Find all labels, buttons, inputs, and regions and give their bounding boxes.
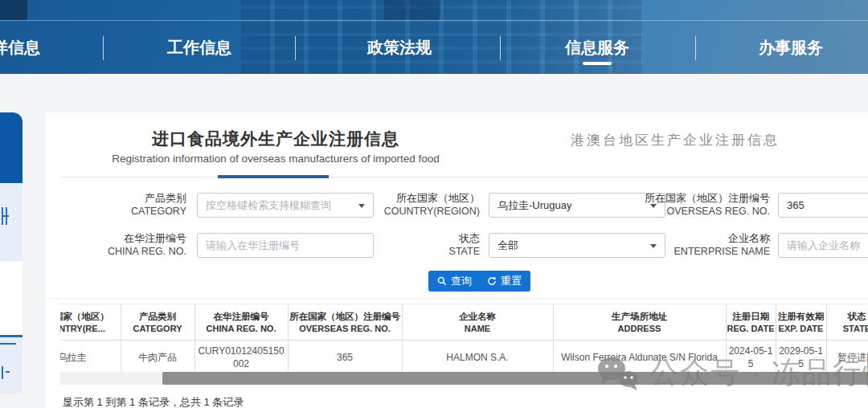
col-category: 产品类别 CATEGORY — [121, 304, 194, 341]
header-label-zh: 产品类别 — [121, 310, 194, 323]
header-label-en: CATEGORY — [121, 323, 194, 335]
header-label-zh: 在华注册编号 — [195, 310, 288, 323]
results-table: 所在国家（地区） COUNTRY(RE... 产品类别 CATEGORY 在华注… — [60, 304, 868, 372]
cell-address: Wilson Ferreira Aldunate S/N Florida — [553, 341, 726, 373]
table-header-row: 所在国家（地区） COUNTRY(RE... 产品类别 CATEGORY 在华注… — [60, 304, 868, 341]
col-exp-date: 注册有效期 EXP. DATE — [776, 304, 826, 341]
col-overseas-reg-no: 所在国家（地区）注册编号 OVERSEAS REG. NO. — [288, 304, 402, 341]
header-label-en: CHINA REG. NO. — [195, 323, 288, 335]
cell-exp-date: 2029-05-15 — [776, 341, 826, 373]
category-select-placeholder: 按空格键检索支持模糊查询 — [206, 198, 331, 213]
col-china-reg-no: 在华注册编号 CHINA REG. NO. — [194, 304, 288, 341]
country-select-value: 乌拉圭-Uruguay — [497, 198, 571, 213]
category-label: 产品类别 CATEGORY — [46, 192, 186, 218]
col-name: 企业名称 NAME — [402, 304, 553, 341]
header-label-zh: 所在国家（地区）注册编号 — [289, 310, 402, 323]
nav-background-highlight — [0, 0, 868, 74]
header-label-en: REG. DATE — [727, 323, 776, 335]
page-background: 详信息 工作信息 政策法规 信息服务 办事服务 进口食品境外生产企业注册信息 R… — [0, 0, 868, 408]
cell-overseas-reg-no: 365 — [288, 341, 402, 373]
search-icon — [437, 276, 447, 286]
cell-state: 暂停进口 — [826, 341, 868, 373]
nav-item-detail-info[interactable]: 详信息 — [0, 38, 40, 57]
nav-item-info-service[interactable]: 信息服务 — [565, 38, 629, 57]
search-button-label: 查询 — [451, 274, 472, 288]
header-label-zh: 企业名称 — [403, 310, 553, 323]
header-label-en: NAME — [403, 323, 553, 335]
active-tab-indicator — [218, 175, 329, 178]
cell-reg-date: 2024-05-15 — [726, 341, 776, 373]
nav-item-work-info[interactable]: 工作信息 — [167, 38, 231, 57]
tab-hmt-registration[interactable]: 港澳台地区生产企业注册信息 — [571, 131, 780, 149]
reset-button[interactable]: 重置 — [478, 271, 530, 292]
page-title: 进口食品境外生产企业注册信息 — [152, 128, 399, 150]
overseas-reg-no-label: 所在国家（地区）注册编号 OVERSEAS REG. NO. — [629, 192, 770, 218]
cell-country: 乌拉圭 — [60, 341, 121, 373]
china-reg-no-label: 在华注册编号 CHINA REG. NO. — [46, 232, 186, 258]
record-count-summary: 显示第 1 到第 1 条记录，总共 1 条记录 — [63, 395, 244, 408]
nav-item-affairs-service[interactable]: 办事服务 — [759, 38, 823, 57]
nav-item-policies[interactable]: 政策法规 — [367, 38, 432, 57]
country-label: 所在国家（地区） COUNTRY(REGION) — [339, 192, 480, 218]
header-label-en: EXP. DATE — [776, 323, 826, 335]
cell-category: 牛肉产品 — [121, 341, 194, 373]
side-widget-fragment — [2, 366, 3, 379]
results-table-container: 所在国家（地区） COUNTRY(RE... 产品类别 CATEGORY 在华注… — [60, 304, 868, 372]
side-widget-header[interactable] — [0, 112, 23, 183]
enterprise-name-input[interactable] — [778, 233, 868, 258]
side-widget-card — [0, 261, 23, 337]
search-button[interactable]: 查询 — [428, 271, 481, 292]
col-reg-date: 注册日期 REG. DATE — [726, 304, 776, 341]
nav-separator — [695, 36, 696, 60]
header-label-zh: 生产场所地址 — [554, 310, 726, 323]
col-address: 生产场所地址 ADDRESS — [553, 304, 726, 341]
side-widget-underline — [0, 343, 16, 345]
cell-name: HALMON S.A. — [402, 341, 553, 373]
table-row[interactable]: 乌拉圭 牛肉产品 CURY01012405150002 365 HALMON S… — [60, 341, 868, 373]
header-label-zh: 注册有效期 — [776, 310, 826, 323]
header-label-zh: 所在国家（地区） — [60, 310, 121, 323]
page-subtitle: Registration information of overseas man… — [112, 153, 439, 165]
side-widget-fragment — [6, 371, 10, 373]
tabs-divider — [60, 177, 868, 177]
horizontal-scrollbar-thumb[interactable] — [162, 372, 868, 385]
header-label-zh: 注册日期 — [727, 310, 776, 323]
state-select-value: 全部 — [497, 239, 518, 253]
header-label-en: ADDRESS — [554, 323, 726, 335]
enterprise-name-label: 企业名称 ENTERPRISE NAME — [629, 232, 770, 258]
top-nav: 详信息 工作信息 政策法规 信息服务 办事服务 — [0, 0, 868, 74]
state-label: 状态 STATE — [339, 232, 480, 258]
nav-separator — [103, 36, 104, 60]
reset-button-label: 重置 — [501, 274, 522, 288]
header-label-en: OVERSEAS REG. NO. — [289, 323, 402, 335]
col-country: 所在国家（地区） COUNTRY(RE... — [60, 304, 121, 341]
header-label-zh: 状态 — [827, 310, 868, 323]
nav-separator — [295, 36, 296, 60]
header-label-en: STATE — [827, 323, 868, 335]
refresh-icon — [487, 276, 497, 286]
form-divider — [46, 298, 868, 299]
side-widget-fragment — [2, 215, 9, 217]
nav-divider-line — [0, 20, 868, 21]
header-label-en: COUNTRY(RE... — [60, 323, 121, 335]
horizontal-scrollbar-track[interactable] — [60, 372, 868, 385]
active-nav-indicator — [583, 62, 612, 65]
cell-china-reg-no: CURY01012405150002 — [194, 341, 288, 373]
overseas-reg-no-input[interactable] — [778, 193, 868, 218]
col-state: 状态 STATE — [826, 304, 868, 341]
nav-separator — [500, 36, 501, 60]
